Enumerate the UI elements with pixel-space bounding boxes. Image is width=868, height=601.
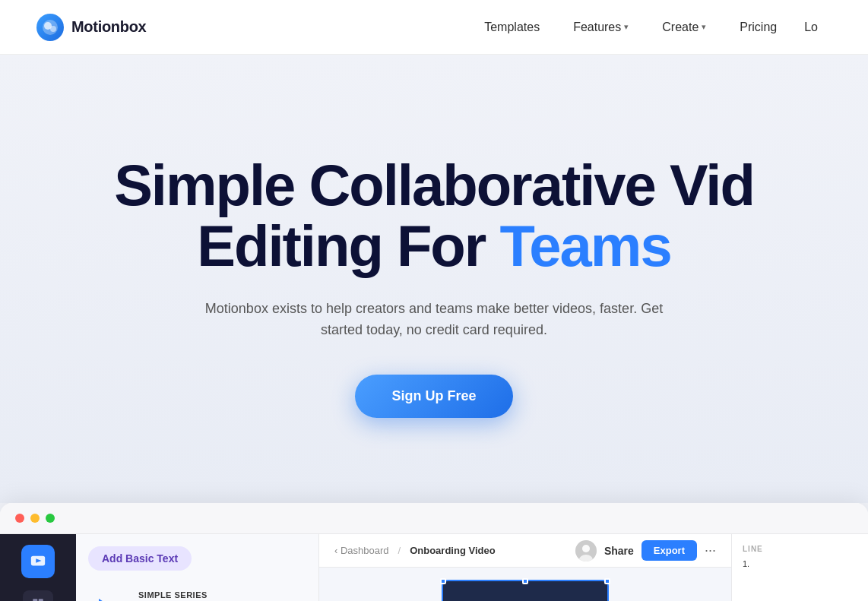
logo-area[interactable]: Motionbox <box>36 14 146 41</box>
motionbox-logo-icon <box>36 14 64 41</box>
editor-topbar: ‹ Dashboard / Onboarding Video Share Exp… <box>319 534 731 568</box>
signup-free-button[interactable]: Sign Up Free <box>355 375 512 418</box>
hero-title-highlight: Teams <box>499 214 670 278</box>
nav-links: Templates Features ▾ Create ▾ Pricing <box>470 14 790 40</box>
user-avatar <box>575 540 597 561</box>
titlebar-dot-yellow <box>30 514 40 523</box>
titlebar-dot-green <box>46 514 55 523</box>
svg-point-13 <box>582 545 590 552</box>
nav-item-templates[interactable]: Templates <box>470 14 553 40</box>
handle-top-center[interactable] <box>522 578 528 584</box>
breadcrumb-current: Onboarding Video <box>410 545 495 556</box>
right-panel-item-1: 1. <box>743 559 857 568</box>
features-chevron-icon: ▾ <box>624 22 629 32</box>
preview-titlebar <box>0 503 868 534</box>
nav-login[interactable]: Lo <box>790 14 832 40</box>
create-chevron-icon: ▾ <box>702 22 706 32</box>
hero-subtitle: Motionbox exists to help creators and te… <box>198 298 670 342</box>
preview-middle-panel: Add Basic Text SIMPLE SERIES <box>76 534 319 601</box>
play-button[interactable] <box>88 593 126 601</box>
preview-editor: ‹ Dashboard / Onboarding Video Share Exp… <box>319 534 731 601</box>
preview-body: Templates Add Basic Text SIMPLE SERIES <box>0 534 868 601</box>
handle-top-right[interactable] <box>604 578 610 584</box>
breadcrumb-back[interactable]: ‹ Dashboard <box>334 545 389 556</box>
hero-section: Simple Collaborative Vid Editing For Tea… <box>0 55 868 503</box>
play-area: SIMPLE SERIES Michael <box>88 590 306 601</box>
nav-item-features[interactable]: Features ▾ <box>559 14 642 40</box>
hero-title: Simple Collaborative Vid Editing For Tea… <box>114 155 754 277</box>
navbar: Motionbox Templates Features ▾ Create ▾ … <box>0 0 868 55</box>
svg-point-2 <box>50 26 56 32</box>
app-preview: Templates Add Basic Text SIMPLE SERIES <box>0 503 868 601</box>
logo-text: Motionbox <box>71 18 146 36</box>
preview-right-panel: LINE 1. <box>731 534 868 601</box>
more-options-icon[interactable]: ··· <box>705 542 716 558</box>
add-basic-text-button[interactable]: Add Basic Text <box>88 546 192 571</box>
handle-top-left[interactable] <box>440 578 446 584</box>
video-frame[interactable]: HELLO <box>442 580 609 601</box>
nav-item-pricing[interactable]: Pricing <box>726 14 790 40</box>
editor-canvas: HELLO <box>319 568 731 601</box>
titlebar-dot-red <box>15 514 24 523</box>
share-button[interactable]: Share <box>604 545 634 557</box>
editor-topbar-right: Share Export ··· <box>575 540 716 561</box>
right-panel-label: LINE <box>743 545 857 553</box>
nav-item-create[interactable]: Create ▾ <box>648 14 720 40</box>
sidebar-templates-icon <box>23 590 53 601</box>
series-label: SIMPLE SERIES <box>138 590 220 599</box>
breadcrumb-separator: / <box>398 545 401 556</box>
sidebar-app-icon[interactable] <box>21 545 55 578</box>
export-button[interactable]: Export <box>641 540 697 561</box>
preview-sidebar: Templates <box>0 534 76 601</box>
sidebar-templates-icon-group[interactable]: Templates <box>22 590 53 601</box>
